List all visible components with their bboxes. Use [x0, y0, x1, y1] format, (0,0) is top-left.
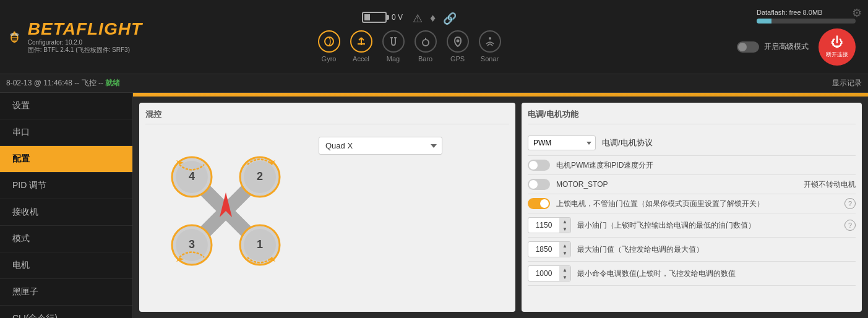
disconnect-button[interactable]: ⏻ 断开连接: [819, 28, 856, 66]
header-right: Dataflash: free 8.0MB 开启高级模式 ⏻ 断开连接: [676, 9, 862, 66]
dataflash-bar: [757, 19, 856, 24]
idle-throttle-up[interactable]: ▲: [559, 266, 570, 273]
min-throttle-spinner[interactable]: ▲ ▼: [528, 217, 571, 233]
logo-area: BETAFLIGHT Configurator: 10.2.0 固件: BTFL…: [6, 19, 142, 56]
svg-point-20: [489, 37, 491, 40]
header-center: 0 V ⚠ ♦ 🔗 Gyro Accel: [142, 12, 676, 62]
min-throttle-up[interactable]: ▲: [559, 218, 570, 225]
arming-help-icon[interactable]: ?: [844, 198, 856, 209]
max-throttle-row: ▲ ▼ 最大油门值（飞控发给电调的最大值）: [528, 238, 856, 262]
max-throttle-input[interactable]: [528, 243, 559, 256]
sidebar-item-settings[interactable]: 设置: [0, 93, 132, 119]
sensor-gyro: Gyro: [318, 30, 340, 62]
sidebar-item-blackbox[interactable]: 黑匣子: [0, 279, 132, 306]
quad-select-area: Quad X Quad + Tri Bicopter Hex: [312, 131, 509, 161]
sensor-mag: Mag: [382, 30, 405, 62]
dataflash-area: Dataflash: free 8.0MB: [757, 9, 856, 24]
warning-icons: ⚠ ♦ 🔗: [413, 12, 457, 25]
idle-throttle-down[interactable]: ▼: [559, 273, 570, 281]
connection-status: 就绪: [105, 79, 120, 87]
svg-point-10: [325, 37, 333, 46]
disconnect-label: 断开连接: [826, 51, 848, 59]
svg-rect-3: [12, 37, 17, 38]
timestamp: 8-02-13 @ 11:46:48: [6, 79, 72, 87]
voltage-display: 0 V: [392, 13, 403, 22]
svg-text:2: 2: [257, 170, 263, 183]
arming-lock-toggle[interactable]: [528, 198, 550, 209]
firmware-info: 固件: BTFL 2.4.1 (飞控板固件: SRF3): [28, 46, 142, 54]
battery-area: 0 V: [362, 12, 403, 23]
protocol-select[interactable]: PWM ONESHOT125 ONESHOT42 MULTISHOT DSHOT…: [528, 135, 596, 150]
max-throttle-up[interactable]: ▲: [559, 242, 570, 249]
baro-icon: [415, 30, 437, 53]
logo-text: BETAFLIGHT Configurator: 10.2.0 固件: BTFL…: [28, 19, 142, 54]
sidebar-item-modes[interactable]: 模式: [0, 226, 132, 252]
motor-stop-toggle[interactable]: [528, 179, 550, 190]
mag-icon: [382, 30, 405, 53]
sidebar-item-config[interactable]: 配置: [0, 146, 132, 173]
max-throttle-btns: ▲ ▼: [559, 242, 570, 257]
show-log-button[interactable]: 显示记录: [832, 78, 862, 88]
min-throttle-help-icon[interactable]: ?: [844, 220, 856, 231]
motor-stop-extra: 开锁不转动电机: [804, 179, 856, 190]
sidebar-item-cli[interactable]: CLI(命令行): [0, 306, 132, 318]
svg-rect-4: [12, 39, 17, 40]
configurator-version: Configurator: 10.2.0: [28, 39, 142, 46]
sidebar-item-receiver[interactable]: 接收机: [0, 199, 132, 226]
arming-lock-row: 上锁电机，不管油门位置（如果你模式页面里设置了解锁开关） ?: [528, 194, 856, 213]
sensor-sonar: Sonar: [479, 30, 501, 62]
idle-throttle-btns: ▲ ▼: [559, 266, 570, 281]
quad-type-select[interactable]: Quad X Quad + Tri Bicopter Hex: [319, 137, 442, 155]
sidebar-item-motors[interactable]: 电机: [0, 252, 132, 279]
motor-stop-label: MOTOR_STOP: [556, 180, 797, 189]
sensor-gps: GPS: [447, 30, 469, 62]
pwm-pid-toggle[interactable]: [528, 160, 550, 171]
min-throttle-down[interactable]: ▼: [559, 225, 570, 233]
protocol-label: 电调/电机协议: [602, 137, 653, 148]
advanced-mode-toggle[interactable]: 开启高级模式: [737, 41, 809, 53]
max-throttle-label: 最大油门值（飞控发给电调的最大值）: [577, 244, 856, 255]
advanced-mode-switch[interactable]: [737, 41, 759, 53]
max-throttle-down[interactable]: ▼: [559, 249, 570, 257]
gear-icon[interactable]: ⚙: [852, 6, 862, 20]
sensor-baro: Baro: [415, 30, 437, 62]
parachute-icon: ♦: [430, 12, 436, 25]
min-throttle-row: ▲ ▼ 最小油门（上锁时飞控输出给电调的最低的油门数值） ?: [528, 213, 856, 238]
header-right-row: 开启高级模式 ⏻ 断开连接: [737, 28, 856, 66]
sidebar-item-pid[interactable]: PID 调节: [0, 173, 132, 199]
idle-throttle-input[interactable]: [528, 267, 559, 280]
idle-throttle-spinner[interactable]: ▲ ▼: [528, 265, 571, 281]
idle-throttle-label: 最小命令电调数值(上锁时，飞控发给电调的数值: [577, 269, 856, 279]
idle-throttle-row: ▲ ▼ 最小命令电调数值(上锁时，飞控发给电调的数值: [528, 262, 856, 286]
svg-point-8: [13, 32, 14, 32]
header: BETAFLIGHT Configurator: 10.2.0 固件: BTFL…: [0, 0, 868, 74]
svg-text:4: 4: [189, 170, 195, 183]
gyro-label: Gyro: [322, 55, 337, 62]
accel-icon: [350, 30, 372, 53]
gps-label: GPS: [450, 55, 465, 62]
app-name: BETAFLIGHT: [28, 19, 142, 39]
battery-icon: [362, 12, 387, 23]
esc-panel-title: 电调/电机功能: [528, 109, 856, 124]
pwm-pid-label: 电机PWM速度和PID速度分开: [556, 160, 856, 171]
svg-rect-2: [12, 36, 17, 37]
svg-text:3: 3: [189, 238, 195, 251]
status-separator: -- 飞控 --: [74, 79, 105, 87]
sidebar: 设置 串口 配置 PID 调节 接收机 模式 电机 黑匣子 CLI(命令行): [0, 93, 133, 318]
quad-diagram-svg: 4 2: [145, 131, 306, 291]
max-throttle-spinner[interactable]: ▲ ▼: [528, 241, 571, 257]
drone-diagram: 4 2: [145, 131, 306, 291]
dataflash-label: Dataflash: free 8.0MB: [757, 9, 822, 16]
min-throttle-input[interactable]: [528, 219, 559, 231]
status-bar: 8-02-13 @ 11:46:48 -- 飞控 -- 就绪 显示记录: [0, 74, 868, 93]
gps-icon: [447, 30, 469, 53]
protocol-row: PWM ONESHOT125 ONESHOT42 MULTISHOT DSHOT…: [528, 131, 856, 156]
sidebar-item-ports[interactable]: 串口: [0, 119, 132, 146]
warning-triangle-icon: ⚠: [413, 12, 423, 25]
min-throttle-btns: ▲ ▼: [559, 218, 570, 233]
mixer-panel-title: 混控: [145, 109, 509, 124]
min-throttle-label: 最小油门（上锁时飞控输出给电调的最低的油门数值）: [577, 220, 838, 231]
logo-bee-icon: [6, 19, 23, 56]
mixer-content: 4 2: [145, 131, 509, 291]
sensor-accel: Accel: [350, 30, 372, 62]
